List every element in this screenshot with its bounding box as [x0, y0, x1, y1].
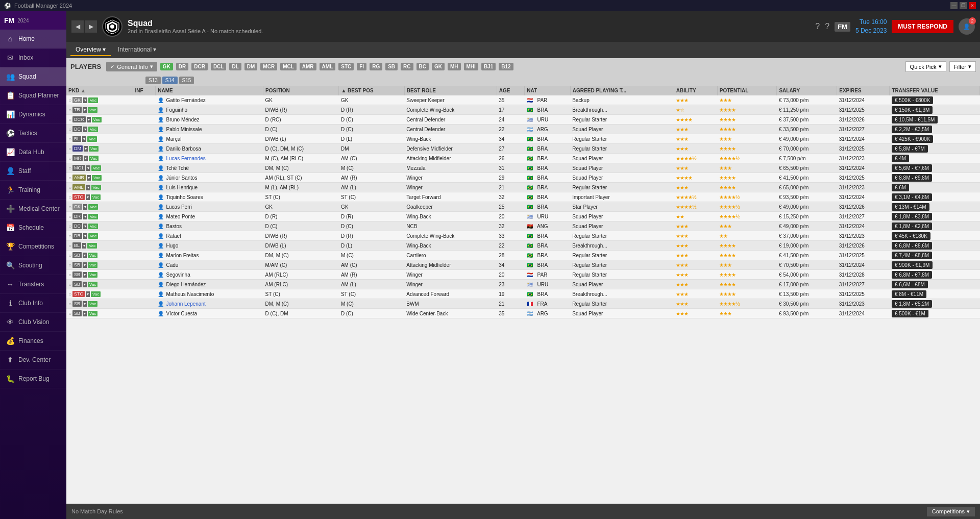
- radio-icon[interactable]: ○: [68, 175, 71, 181]
- dropdown-btn[interactable]: ▾: [82, 136, 86, 142]
- radio-icon[interactable]: ○: [68, 127, 71, 132]
- pkg-button[interactable]: TR: [72, 107, 82, 113]
- table-row[interactable]: ○ BL ▾ Vac 👤 Marçal D/WB (L) D (L) Wing-…: [66, 134, 980, 144]
- td-name[interactable]: 👤 Júnior Santos: [156, 173, 263, 183]
- dropdown-btn[interactable]: ▾: [86, 194, 90, 200]
- general-info-button[interactable]: ✓ General Info ▾: [106, 62, 157, 71]
- td-name[interactable]: 👤 Bruno Méndez: [156, 115, 263, 125]
- td-name[interactable]: 👤 Diego Hernández: [156, 280, 263, 289]
- pkg-button[interactable]: DC: [72, 223, 82, 229]
- dropdown-btn[interactable]: ▾: [83, 97, 87, 103]
- table-row[interactable]: ○ SB ▾ Vac 👤 Marlon Freitas DM, M (C) M …: [66, 251, 980, 260]
- dropdown-btn[interactable]: ▾: [83, 233, 87, 239]
- sidebar-item-dev-center[interactable]: ⬆ Dev. Center: [0, 351, 66, 369]
- table-row[interactable]: ○ SB ▾ Vac 👤 Johann Lepenant DM, M (C) M…: [66, 299, 980, 309]
- table-row[interactable]: ○ TR ▾ Vac 👤 Foguinho D/WB (R) D (R) Com…: [66, 105, 980, 115]
- pos-rc-button[interactable]: RC: [401, 63, 413, 70]
- vac-button[interactable]: Vac: [91, 194, 101, 200]
- vac-button[interactable]: Vac: [88, 301, 97, 307]
- pkg-button[interactable]: MC1: [72, 165, 85, 171]
- close-button[interactable]: ✕: [969, 2, 976, 9]
- subnav-international[interactable]: International ▾: [113, 44, 161, 56]
- sidebar-item-dynamics[interactable]: 📊 Dynamics: [0, 105, 66, 124]
- pkg-button[interactable]: AML: [72, 184, 85, 190]
- dropdown-btn[interactable]: ▾: [83, 214, 87, 219]
- pkg-button[interactable]: SB: [72, 252, 82, 258]
- table-row[interactable]: ○ SB ▾ Vac 👤 Víctor Cuesta D (C), DM D (…: [66, 309, 980, 318]
- dropdown-btn[interactable]: ▾: [83, 272, 87, 278]
- vac-button[interactable]: Vac: [91, 185, 101, 190]
- pos-dm-button[interactable]: DM: [244, 63, 258, 70]
- vac-button[interactable]: Vac: [87, 136, 97, 142]
- vac-button[interactable]: Vac: [88, 233, 98, 239]
- pos-dl-button[interactable]: DL: [229, 63, 241, 70]
- td-name[interactable]: 👤 Lucas Perri: [156, 202, 263, 212]
- td-name[interactable]: 👤 Segovinha: [156, 270, 263, 280]
- th-potential[interactable]: POTENTIAL: [717, 86, 777, 95]
- th-salary[interactable]: SALARY: [777, 86, 837, 95]
- td-name[interactable]: 👤 Lucas Fernandes: [156, 154, 263, 163]
- table-row[interactable]: ○ DCR ▾ Vac 👤 Bruno Méndez D (RC) D (C) …: [66, 115, 980, 125]
- vac-button[interactable]: Vac: [88, 253, 97, 258]
- dropdown-btn[interactable]: ▾: [83, 204, 87, 210]
- th-ability[interactable]: ABILITY: [674, 86, 717, 95]
- competitions-button[interactable]: Competitions ▾: [927, 507, 975, 516]
- vac-button[interactable]: Vac: [88, 311, 97, 316]
- sidebar-item-training[interactable]: 🏃 Training: [0, 181, 66, 200]
- radio-icon[interactable]: ○: [68, 253, 71, 258]
- pkg-button[interactable]: GK: [72, 97, 82, 103]
- td-name[interactable]: 👤 Pablo Minissale: [156, 125, 263, 134]
- vac-button[interactable]: Vac: [88, 224, 98, 229]
- dropdown-btn[interactable]: ▾: [86, 165, 90, 171]
- dropdown-btn[interactable]: ▾: [83, 253, 87, 258]
- td-name[interactable]: 👤 Bastos: [156, 221, 263, 231]
- radio-icon[interactable]: ○: [68, 185, 71, 190]
- radio-icon[interactable]: ○: [68, 282, 71, 287]
- pkg-button[interactable]: GK: [72, 204, 82, 210]
- vac-button[interactable]: Vac: [87, 243, 97, 249]
- table-row[interactable]: ○ AML ▾ Vac 👤 Luis Henrique M (L), AM (R…: [66, 183, 980, 192]
- vac-button[interactable]: Vac: [88, 272, 97, 278]
- dropdown-btn[interactable]: ▾: [83, 262, 87, 268]
- dropdown-btn[interactable]: ▾: [83, 311, 87, 316]
- pkg-button[interactable]: DCR: [72, 116, 86, 122]
- vac-button[interactable]: Vac: [88, 127, 98, 132]
- vac-button[interactable]: Vac: [92, 175, 102, 181]
- radio-icon[interactable]: ○: [68, 243, 71, 249]
- back-button[interactable]: ◀: [71, 20, 84, 33]
- table-row[interactable]: ○ MC1 ▾ Vac 👤 Tchê Tchê DM, M (C) M (C) …: [66, 163, 980, 173]
- s14-tab[interactable]: S14: [162, 77, 178, 84]
- td-name[interactable]: 👤 Foguinho: [156, 105, 263, 115]
- td-name[interactable]: 👤 Marlon Freitas: [156, 251, 263, 260]
- radio-icon[interactable]: ○: [68, 291, 71, 297]
- sidebar-item-home[interactable]: ⌂ Home: [0, 30, 66, 48]
- forward-button[interactable]: ▶: [85, 20, 97, 33]
- pos-bc-button[interactable]: BC: [416, 63, 429, 70]
- pos-mh-button[interactable]: MH: [448, 63, 461, 70]
- nav-arrows[interactable]: ◀ ▶: [71, 20, 97, 33]
- th-nat[interactable]: NAT: [525, 86, 571, 95]
- table-row[interactable]: ○ GK ▾ Vac 👤 Gatito Fernández GK GK Swee…: [66, 95, 980, 105]
- td-name[interactable]: 👤 Tiquinho Soares: [156, 192, 263, 202]
- dropdown-btn[interactable]: ▾: [83, 107, 87, 113]
- pkg-button[interactable]: DR: [72, 233, 82, 239]
- radio-icon[interactable]: ○: [68, 214, 71, 219]
- pos-amr-button[interactable]: AMR: [300, 63, 316, 70]
- table-row[interactable]: ○ STC ▾ Vac 👤 Tiquinho Soares ST (C) ST …: [66, 192, 980, 202]
- radio-icon[interactable]: ○: [68, 146, 71, 152]
- pos-dcr-button[interactable]: DCR: [191, 63, 208, 70]
- s15-tab[interactable]: S15: [179, 77, 194, 84]
- table-row[interactable]: ○ DR ▾ Vac 👤 Rafael D/WB (R) D (R) Compl…: [66, 231, 980, 241]
- td-name[interactable]: 👤 Rafael: [156, 231, 263, 241]
- s13-tab[interactable]: S13: [145, 77, 161, 84]
- pkg-button[interactable]: STC: [72, 194, 85, 200]
- pos-sb-button[interactable]: SB: [385, 63, 398, 70]
- sidebar-item-schedule[interactable]: 📅 Schedule: [0, 218, 66, 237]
- pos-dr-button[interactable]: DR: [176, 63, 188, 70]
- radio-icon[interactable]: ○: [68, 117, 71, 122]
- subnav-overview[interactable]: Overview ▾: [70, 44, 111, 56]
- window-controls[interactable]: — ⧠ ✕: [950, 2, 976, 9]
- td-name[interactable]: 👤 Luis Henrique: [156, 183, 263, 192]
- th-best-role[interactable]: BEST ROLE: [404, 86, 497, 95]
- sidebar-item-club-info[interactable]: ℹ Club Info: [0, 294, 66, 313]
